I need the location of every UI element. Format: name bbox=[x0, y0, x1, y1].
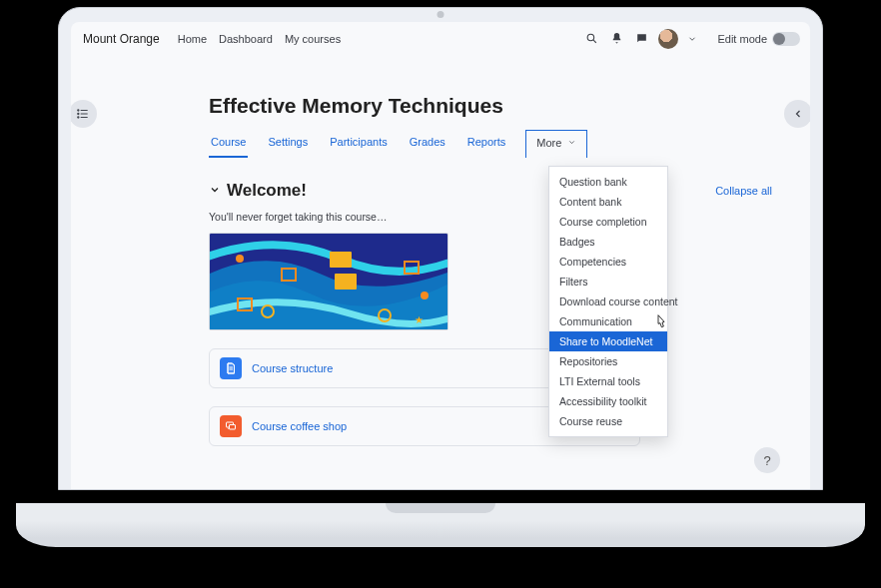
menu-question-bank[interactable]: Question bank bbox=[549, 172, 667, 192]
tab-grades[interactable]: Grades bbox=[408, 130, 447, 158]
user-menu-chevron-icon[interactable] bbox=[681, 28, 703, 50]
svg-line-1 bbox=[593, 40, 596, 43]
svg-point-17 bbox=[236, 255, 244, 263]
menu-competencies[interactable]: Competencies bbox=[549, 252, 667, 272]
avatar[interactable] bbox=[658, 29, 678, 49]
more-dropdown-menu: Question bank Content bank Course comple… bbox=[548, 166, 668, 437]
top-navbar: Mount Orange Home Dashboard My courses E… bbox=[71, 22, 810, 56]
search-icon[interactable] bbox=[580, 28, 602, 50]
welcome-text: Welcome! bbox=[227, 181, 307, 200]
nav-mycourses[interactable]: My courses bbox=[285, 33, 341, 45]
chevron-down-icon bbox=[567, 137, 576, 149]
tab-reports[interactable]: Reports bbox=[465, 130, 508, 158]
nav-dashboard[interactable]: Dashboard bbox=[219, 33, 273, 45]
bell-icon[interactable] bbox=[605, 28, 627, 50]
course-tabs: Course Settings Participants Grades Repo… bbox=[209, 130, 772, 159]
menu-download-course-content[interactable]: Download course content bbox=[549, 292, 667, 311]
section-welcome-heading[interactable]: Welcome! bbox=[209, 181, 307, 201]
tab-more-label: More bbox=[536, 137, 561, 149]
tab-more[interactable]: More bbox=[525, 130, 587, 158]
course-title: Effective Memory Techniques bbox=[209, 94, 772, 118]
forum-icon bbox=[220, 415, 242, 437]
menu-course-completion[interactable]: Course completion bbox=[549, 212, 667, 232]
menu-lti-external-tools[interactable]: LTI External tools bbox=[549, 371, 667, 391]
menu-accessibility-toolkit[interactable]: Accessibility toolkit bbox=[549, 391, 667, 411]
help-button[interactable]: ? bbox=[754, 447, 780, 473]
tab-settings[interactable]: Settings bbox=[266, 130, 310, 158]
svg-rect-9 bbox=[330, 252, 352, 268]
edit-mode-toggle[interactable] bbox=[772, 32, 800, 46]
collapse-all-link[interactable]: Collapse all bbox=[715, 185, 772, 197]
menu-share-to-moodlenet[interactable]: Share to MoodleNet bbox=[549, 331, 667, 351]
edit-mode-label: Edit mode bbox=[717, 33, 767, 45]
svg-point-0 bbox=[587, 34, 594, 41]
welcome-subtitle: You'll never forget taking this course… bbox=[209, 211, 772, 223]
site-brand[interactable]: Mount Orange bbox=[83, 32, 160, 46]
chevron-down-icon bbox=[209, 181, 221, 201]
svg-rect-10 bbox=[335, 274, 357, 290]
menu-repositories[interactable]: Repositories bbox=[549, 351, 667, 371]
menu-communication[interactable]: Communication bbox=[549, 311, 667, 331]
tab-participants[interactable]: Participants bbox=[328, 130, 389, 158]
message-icon[interactable] bbox=[630, 28, 652, 50]
menu-content-bank[interactable]: Content bank bbox=[549, 192, 667, 212]
svg-rect-22 bbox=[230, 425, 236, 430]
cursor-pointer-icon bbox=[652, 313, 668, 335]
course-banner-image: ★ bbox=[209, 233, 448, 330]
menu-filters[interactable]: Filters bbox=[549, 272, 667, 292]
activity-label: Course coffee shop bbox=[252, 420, 347, 432]
menu-badges[interactable]: Badges bbox=[549, 232, 667, 252]
tab-course[interactable]: Course bbox=[209, 130, 248, 158]
svg-text:★: ★ bbox=[415, 314, 424, 325]
activity-label: Course structure bbox=[252, 362, 333, 374]
menu-course-reuse[interactable]: Course reuse bbox=[549, 411, 667, 431]
nav-home[interactable]: Home bbox=[178, 33, 207, 45]
svg-point-16 bbox=[421, 292, 429, 299]
laptop-base bbox=[16, 503, 865, 547]
page-icon bbox=[220, 357, 242, 379]
camera-dot bbox=[438, 11, 444, 18]
